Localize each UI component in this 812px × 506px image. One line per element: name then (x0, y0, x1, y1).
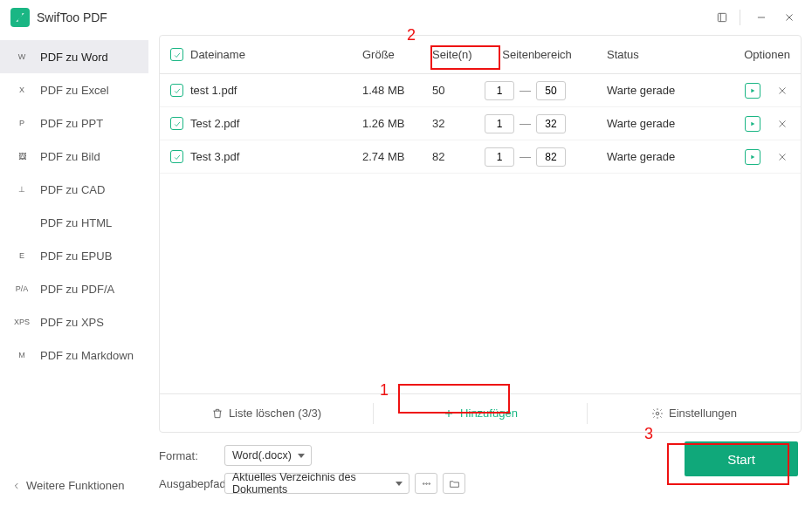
range-to-input[interactable] (536, 114, 566, 133)
app-title: SwifToo PDF (37, 10, 107, 24)
svg-point-15 (656, 412, 659, 415)
annotation-3-label: 3 (644, 425, 653, 443)
range-dash: — (520, 150, 531, 163)
more-functions-label: Weitere Funktionen (26, 479, 125, 492)
sidebar-item-label: PDF zu Word (40, 51, 108, 64)
content-area: 2 1 3 Dateiname Größe Seite(n) Seitenber… (148, 35, 812, 506)
sidebar-badge-icon: ⊥ (14, 183, 30, 195)
file-pages: 82 (432, 150, 485, 163)
select-all-checkbox[interactable] (170, 48, 183, 61)
sidebar-item-4[interactable]: ⊥PDF zu CAD (0, 173, 148, 206)
hdr-options: Optionen (720, 48, 790, 61)
row-checkbox[interactable] (170, 117, 183, 130)
settings-quick-icon[interactable] (710, 5, 734, 30)
table-row: Test 3.pdf 2.74 MB 82 — Warte gerade (160, 140, 801, 174)
table-row: test 1.pdf 1.48 MB 50 — Warte gerade (160, 74, 801, 107)
sidebar-badge-icon: X (14, 84, 30, 96)
file-name: Test 3.pdf (190, 150, 239, 163)
close-button[interactable] (777, 5, 802, 30)
range-from-input[interactable] (485, 114, 514, 133)
app-logo (10, 8, 30, 27)
file-table: Dateiname Größe Seite(n) Seitenbereich S… (159, 35, 802, 433)
sidebar-item-1[interactable]: XPDF zu Excel (0, 73, 148, 106)
output-dropdown[interactable]: Aktuelles Verzeichnis des Dokuments (224, 473, 409, 494)
remove-button[interactable] (774, 116, 790, 132)
file-status: Warte gerade (589, 150, 720, 163)
sidebar-item-5[interactable]: PDF zu HTML (0, 206, 148, 239)
clear-list-button[interactable]: Liste löschen (3/3) (160, 407, 373, 420)
sidebar-item-7[interactable]: P/APDF zu PDF/A (0, 272, 148, 305)
remove-button[interactable] (774, 149, 790, 165)
sidebar-item-label: PDF zu Bild (40, 150, 100, 163)
more-output-button[interactable] (415, 473, 437, 494)
row-checkbox[interactable] (170, 150, 183, 163)
annotation-2-box (430, 45, 500, 70)
play-button[interactable] (745, 149, 760, 165)
svg-point-17 (425, 482, 427, 484)
sidebar-item-6[interactable]: EPDF zu EPUB (0, 239, 148, 272)
more-functions-link[interactable]: Weitere Funktionen (0, 479, 148, 492)
sidebar-badge-icon (14, 216, 30, 229)
output-label: Ausgabepfad: (159, 477, 224, 490)
hdr-range: Seitenbereich (485, 48, 589, 61)
sidebar-badge-icon: P (14, 117, 30, 129)
play-button[interactable] (745, 116, 760, 132)
file-status: Warte gerade (589, 84, 720, 97)
sidebar-item-label: PDF zu CAD (40, 183, 105, 196)
table-row: Test 2.pdf 1.26 MB 32 — Warte gerade (160, 107, 801, 140)
annotation-2-label: 2 (407, 26, 416, 44)
hdr-name: Dateiname (190, 48, 245, 61)
settings-button[interactable]: Einstellungen (588, 407, 801, 420)
output-value: Aktuelles Verzeichnis des Dokuments (232, 471, 389, 496)
sidebar-item-2[interactable]: PPDF zu PPT (0, 106, 148, 140)
file-pages: 50 (432, 84, 485, 97)
row-checkbox[interactable] (170, 84, 183, 97)
format-dropdown[interactable]: Word(.docx) (224, 445, 312, 466)
sidebar-item-label: PDF zu PDF/A (40, 283, 114, 296)
sidebar-item-label: PDF zu XPS (40, 316, 104, 329)
range-dash: — (520, 117, 531, 130)
range-dash: — (520, 84, 531, 97)
file-size: 1.26 MB (362, 117, 432, 130)
file-name: Test 2.pdf (190, 117, 239, 130)
sidebar-badge-icon: 🖼 (14, 150, 30, 162)
hdr-size: Größe (362, 48, 432, 61)
svg-marker-10 (751, 154, 754, 159)
sidebar-item-9[interactable]: MPDF zu Markdown (0, 338, 148, 372)
annotation-3-box (667, 443, 789, 485)
range-to-input[interactable] (536, 81, 566, 100)
svg-rect-0 (718, 13, 726, 21)
clear-list-label: Liste löschen (3/3) (229, 407, 321, 420)
remove-button[interactable] (774, 83, 790, 99)
annotation-1-box (398, 384, 510, 414)
sidebar-item-label: PDF zu Markdown (40, 349, 134, 362)
format-label: Format: (159, 449, 224, 462)
range-to-input[interactable] (536, 147, 566, 167)
minimize-button[interactable] (749, 5, 774, 30)
sidebar-badge-icon: M (14, 349, 30, 361)
sidebar: WPDF zu WordXPDF zu ExcelPPDF zu PPT🖼PDF… (0, 35, 148, 506)
sidebar-item-label: PDF zu Excel (40, 84, 109, 97)
titlebar: SwifToo PDF (0, 0, 812, 35)
range-from-input[interactable] (485, 81, 514, 100)
file-status: Warte gerade (589, 117, 720, 130)
file-size: 1.48 MB (362, 84, 432, 97)
sidebar-item-label: PDF zu EPUB (40, 250, 112, 263)
format-value: Word(.docx) (232, 449, 292, 462)
svg-marker-4 (751, 88, 754, 92)
sidebar-badge-icon: XPS (14, 316, 30, 328)
annotation-1-label: 1 (380, 381, 389, 400)
range-from-input[interactable] (485, 147, 514, 167)
sidebar-item-8[interactable]: XPSPDF zu XPS (0, 305, 148, 338)
sidebar-badge-icon: P/A (14, 283, 30, 295)
svg-point-16 (423, 482, 424, 484)
sidebar-item-0[interactable]: WPDF zu Word (0, 40, 148, 73)
svg-point-18 (428, 482, 430, 484)
sidebar-badge-icon: E (14, 250, 30, 262)
settings-label: Einstellungen (669, 407, 737, 420)
play-button[interactable] (745, 83, 760, 99)
open-folder-button[interactable] (443, 473, 465, 494)
sidebar-item-3[interactable]: 🖼PDF zu Bild (0, 140, 148, 173)
sidebar-item-label: PDF zu PPT (40, 117, 103, 130)
file-size: 2.74 MB (362, 150, 432, 163)
